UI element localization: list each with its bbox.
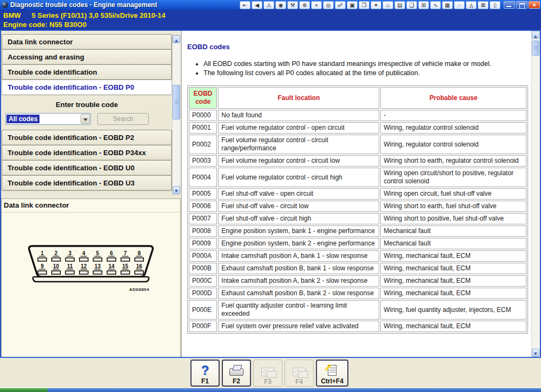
code-cell: P0003 — [189, 155, 217, 167]
linked-diagrams-button[interactable]: F4 — [285, 360, 314, 387]
diagnostics-icon[interactable]: ☍ — [335, 1, 346, 9]
enter-trouble-code-label: Enter trouble code — [2, 101, 172, 109]
probable-cause-cell: Wiring short to positive, fuel shut-off … — [380, 213, 526, 224]
scrollbar-thumb[interactable] — [173, 85, 180, 119]
blank-icon[interactable]: ❑ — [406, 1, 417, 9]
minimize-button[interactable] — [504, 1, 515, 9]
scroll-down-icon[interactable] — [532, 349, 539, 357]
close-button[interactable]: × — [529, 1, 540, 9]
service-tools-icon[interactable]: ✦ — [371, 1, 381, 9]
probable-cause-cell: Wiring, regulator control solenoid — [380, 122, 526, 134]
sidebar-item[interactable]: Data link connector — [2, 34, 172, 50]
pin-contact — [80, 258, 88, 261]
restore-button[interactable] — [516, 1, 527, 9]
content-scrollbar[interactable] — [531, 31, 540, 357]
engine-parts-icon[interactable]: ⊠ — [478, 1, 489, 9]
sidebar-item[interactable]: Trouble code identification - EOBD P2 — [2, 130, 172, 145]
cable-icon[interactable]: ∿ — [430, 1, 441, 9]
pin-number: 7 — [124, 250, 127, 256]
connector-panel: Data link connector 12345678910111213141… — [1, 198, 181, 358]
pin-contact — [65, 271, 74, 274]
codes-dropdown[interactable]: All codes — [5, 113, 91, 125]
table-row: P0006Fuel shut-off valve - circuit lowWi… — [189, 201, 526, 212]
pin-number: 10 — [53, 263, 60, 269]
pin-number: 8 — [137, 250, 141, 256]
sidebar-item-label: Trouble code identification - EOBD U3 — [8, 179, 135, 187]
fault-location-cell: Fuel shut-off valve - circuit low — [218, 201, 379, 212]
sidebar-group-top: Data link connectorAccessing and erasing… — [2, 34, 172, 95]
pin-contact — [93, 271, 102, 274]
vehicle-model: 5 Series (F10/11) 3,0 535i/xDrive 2010-1… — [32, 11, 166, 19]
door-panel-icon[interactable]: ❒ — [359, 1, 370, 9]
go-first-icon[interactable]: ⇤ — [240, 1, 250, 9]
code-cell: P0007 — [189, 213, 217, 224]
sidebar-item-label: Trouble code identification - EOBD P0 — [8, 83, 134, 91]
fault-location-cell: Fuel shut-off valve - open circuit — [218, 188, 379, 200]
sidebar-scrollbar[interactable] — [172, 35, 181, 195]
vehicle-icon[interactable]: ▣ — [347, 1, 358, 9]
pin-number: 5 — [96, 250, 100, 256]
sidebar-item[interactable]: Accessing and erasing — [2, 49, 172, 65]
help-button[interactable]: ?F1 — [190, 360, 220, 387]
obd-connector-diagram: 12345678910111213141516 AD68804 — [26, 244, 156, 293]
pin-contact — [52, 271, 61, 274]
column-header-cause: Probable cause — [380, 87, 526, 109]
fault-location-cell: Engine position system, bank 2 - engine … — [218, 238, 379, 249]
probable-cause-cell: - — [380, 110, 526, 121]
code-cell: P0000 — [189, 110, 217, 121]
vehicle-header: BMW5 Series (F10/11) 3,0 535i/xDrive 201… — [0, 10, 541, 30]
sidebar-item[interactable]: Trouble code identification — [2, 64, 172, 80]
page-title: EOBD codes — [187, 43, 526, 51]
pin-number: 1 — [41, 250, 44, 256]
sidebar-item[interactable]: Trouble code identification - EOBD P34xx — [2, 145, 172, 161]
sidebar-item[interactable]: Trouble code identification - EOBD U0 — [2, 160, 172, 176]
vehicle-lift-icon[interactable]: ▤ — [394, 1, 405, 9]
scroll-up-icon[interactable] — [532, 31, 539, 39]
engine-sketch-icon[interactable]: ⊞ — [418, 1, 429, 9]
search-button[interactable]: Search — [97, 113, 149, 125]
app-window: Diagnostic trouble codes - Engine manage… — [0, 0, 541, 392]
gasket-icon[interactable]: ◌ — [454, 1, 465, 9]
probable-cause-cell: Wiring, mechanical fault, ECM — [380, 321, 526, 332]
sidebar-item-label: Accessing and erasing — [8, 53, 84, 61]
function-key-label: F3 — [264, 378, 272, 386]
printer-icon — [229, 368, 243, 376]
bullet-item: All EOBD codes starting with P0 have sta… — [203, 59, 526, 69]
brakes-icon[interactable]: ◉ — [275, 1, 286, 9]
chevron-down-icon[interactable] — [81, 114, 90, 124]
codes-dropdown-value: All codes — [6, 115, 39, 123]
probable-cause-cell: Mechanical fault — [380, 225, 526, 237]
probable-cause-cell: Wiring short to earth, regulator control… — [380, 155, 526, 167]
spark-plug-icon[interactable]: ⚒ — [287, 1, 298, 9]
notes-button[interactable]: Ctrl+F4 — [316, 360, 348, 387]
pin-number: 12 — [81, 263, 87, 269]
print-button[interactable]: F2 — [222, 360, 251, 387]
mouse-icon[interactable]: ⌖ — [311, 1, 322, 9]
sidebar-item[interactable]: Trouble code identification - EOBD P0 — [2, 79, 172, 95]
scroll-down-icon[interactable] — [173, 186, 180, 194]
fault-location-cell: Intake camshaft position A, bank 2 - slo… — [218, 275, 379, 287]
scrollbar-thumb[interactable] — [532, 41, 539, 56]
jack-icon[interactable]: ◬ — [466, 1, 477, 9]
pin-contact — [93, 258, 102, 261]
images-icon — [261, 368, 274, 376]
machine-icon[interactable]: ▦ — [442, 1, 453, 9]
sidebar-item[interactable]: Trouble code identification - EOBD U3 — [2, 175, 172, 191]
battery-icon[interactable]: ▯ — [490, 1, 500, 9]
table-row: P0009Engine position system, bank 2 - en… — [189, 238, 526, 249]
scroll-up-icon[interactable] — [173, 35, 180, 43]
linked-images-button[interactable]: F3 — [253, 360, 282, 387]
tyre-icon[interactable]: ◎ — [323, 1, 334, 9]
pin-contact — [135, 271, 143, 274]
globe-gauge-icon[interactable]: ⊕ — [299, 1, 310, 9]
warning-icon[interactable]: ⚠ — [263, 1, 274, 9]
probable-cause-cell: Wiring open circuit, fuel shut-off valve — [380, 188, 526, 200]
probable-cause-cell: Wiring, mechanical fault, ECM — [380, 263, 526, 274]
flame-icon[interactable]: ♨ — [382, 1, 393, 9]
engine-code-value: N55 B30O0 — [49, 21, 87, 29]
engine-code-line: Engine code: N55 B30O0 — [3, 20, 541, 29]
go-back-icon[interactable]: ◀ — [252, 1, 262, 9]
content-inner: EOBD codes All EOBD codes starting with … — [182, 31, 531, 357]
table-row: P000AIntake camshaft position A, bank 1 … — [189, 250, 526, 262]
note-edit-icon — [328, 365, 337, 376]
